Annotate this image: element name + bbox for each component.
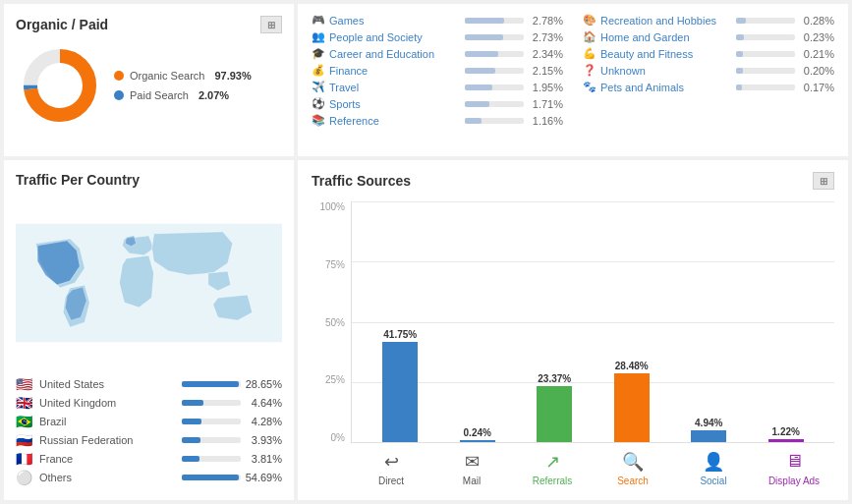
category-pct: 2.73% [532, 31, 563, 43]
category-row[interactable]: 📚 Reference 1.16% [312, 114, 563, 128]
y-axis-label: 100% [319, 201, 345, 212]
category-bar-wrap [736, 68, 795, 74]
category-row[interactable]: ⚽ Sports 1.71% [312, 97, 563, 111]
bars-row: 41.75%0.24%23.37%28.48%4.94%1.22% [352, 201, 834, 442]
category-bar [736, 34, 744, 40]
source-item[interactable]: 👤Social [673, 450, 754, 486]
source-icon: 👤 [702, 450, 725, 474]
category-bar-wrap [736, 51, 795, 57]
category-bar [736, 18, 746, 24]
y-axis-label: 50% [325, 317, 345, 328]
country-name: Others [39, 472, 178, 483]
country-bar-wrap [182, 400, 241, 406]
category-icon: 📚 [312, 114, 325, 128]
category-icon: 🎓 [312, 47, 325, 61]
category-row[interactable]: 👥 People and Society 2.73% [312, 30, 563, 44]
country-bar-wrap [182, 419, 241, 424]
category-name[interactable]: Sports [329, 98, 457, 110]
country-flag: 🇫🇷 [16, 451, 35, 467]
y-axis-label: 0% [331, 432, 345, 443]
image-icon[interactable]: ⊞ [260, 16, 282, 33]
paid-label: Paid Search [130, 89, 189, 101]
traffic-sources-heading: Traffic Sources [312, 173, 411, 189]
country-name: France [39, 453, 178, 465]
country-row: ⚪ Others 54.69% [16, 470, 282, 485]
category-bar [465, 34, 503, 40]
category-name[interactable]: Reference [329, 115, 457, 127]
source-item[interactable]: 🔍Search [593, 450, 673, 486]
country-bar [182, 400, 203, 406]
country-row: 🇧🇷 Brazil 4.28% [16, 414, 282, 429]
category-name[interactable]: Beauty and Fitness [600, 48, 728, 60]
category-row[interactable]: ❓ Unknown 0.20% [583, 64, 834, 78]
y-axis-label: 75% [325, 259, 345, 270]
bar-rect [614, 373, 650, 442]
bar-group: 1.22% [748, 201, 825, 442]
country-name: United Kingdom [39, 397, 178, 409]
country-row: 🇫🇷 France 3.81% [16, 451, 282, 467]
country-pct: 54.69% [245, 472, 282, 483]
dashboard: Organic / Paid ⊞ Organic Search [0, 0, 852, 504]
category-row[interactable]: 🎮 Games 2.78% [312, 14, 563, 28]
donut-chart [16, 41, 104, 130]
category-bar-wrap [465, 84, 524, 90]
traffic-image-icon[interactable]: ⊞ [813, 172, 834, 190]
donut-area: Organic Search 97.93% Paid Search 2.07% [16, 41, 282, 130]
category-pct: 1.71% [532, 98, 563, 110]
category-icon: 🎨 [583, 14, 596, 28]
bar-pct-label: 23.37% [538, 373, 571, 384]
category-bar-wrap [736, 18, 795, 24]
category-bar-wrap [465, 101, 524, 107]
world-map [16, 196, 282, 370]
country-heading: Traffic Per Country [16, 172, 140, 188]
bar-group: 28.48% [594, 201, 671, 442]
traffic-sources-title: Traffic Sources ⊞ [312, 172, 834, 190]
source-icon: 🖥 [782, 450, 806, 474]
category-row[interactable]: 🎨 Recreation and Hobbies 0.28% [583, 14, 834, 28]
category-row[interactable]: 💰 Finance 2.15% [312, 64, 563, 78]
organic-paid-heading: Organic / Paid [16, 17, 108, 32]
categories-card: 🎮 Games 2.78% 👥 People and Society 2.73%… [298, 4, 848, 156]
category-pct: 2.15% [532, 65, 563, 77]
category-name[interactable]: Home and Garden [600, 31, 728, 43]
category-name[interactable]: Travel [329, 82, 457, 93]
category-row[interactable]: 💪 Beauty and Fitness 0.21% [583, 47, 834, 61]
source-label: Mail [463, 476, 481, 486]
country-flag: 🇧🇷 [16, 414, 35, 429]
category-name[interactable]: Pets and Animals [600, 82, 728, 93]
category-icon: 🏠 [583, 30, 596, 44]
category-icon: 👥 [312, 30, 325, 44]
category-name[interactable]: Recreation and Hobbies [600, 15, 728, 27]
country-row: 🇬🇧 United Kingdom 4.64% [16, 395, 282, 411]
source-label: Social [700, 476, 726, 486]
source-item[interactable]: 🖥Display Ads [754, 450, 834, 486]
category-name[interactable]: Career and Education [329, 48, 457, 60]
category-row[interactable]: 🎓 Career and Education 2.34% [312, 47, 563, 61]
category-name[interactable]: Games [329, 15, 457, 27]
country-list: 🇺🇸 United States 28.65% 🇬🇧 United Kingdo… [16, 376, 282, 488]
chart-area: 100%75%50%25%0% 41.75%0.24%23.37%28.48%4… [312, 201, 834, 492]
country-pct: 4.64% [245, 397, 282, 409]
category-icon: 🐾 [583, 81, 596, 94]
category-bar-wrap [736, 34, 795, 40]
category-row[interactable]: ✈️ Travel 1.95% [312, 81, 563, 94]
country-card: Traffic Per Country [4, 160, 294, 500]
country-bar [182, 475, 239, 480]
category-name[interactable]: People and Society [329, 31, 457, 43]
source-item[interactable]: ↩Direct [351, 450, 431, 486]
category-pct: 1.16% [532, 115, 563, 127]
category-icon: ✈️ [312, 81, 325, 94]
paid-value: 2.07% [199, 89, 229, 101]
bar-group: 4.94% [670, 201, 748, 442]
source-item[interactable]: ✉Mail [431, 450, 512, 486]
country-name: United States [39, 378, 178, 390]
category-name[interactable]: Unknown [600, 65, 728, 77]
source-item[interactable]: ↗Referrals [512, 450, 593, 486]
country-bar [182, 437, 200, 443]
category-bar [465, 84, 492, 90]
category-row[interactable]: 🐾 Pets and Animals 0.17% [583, 81, 834, 94]
category-row[interactable]: 🏠 Home and Garden 0.23% [583, 30, 834, 44]
category-pct: 0.17% [803, 82, 834, 93]
country-row: 🇷🇺 Russian Federation 3.93% [16, 432, 282, 448]
category-name[interactable]: Finance [329, 65, 457, 77]
